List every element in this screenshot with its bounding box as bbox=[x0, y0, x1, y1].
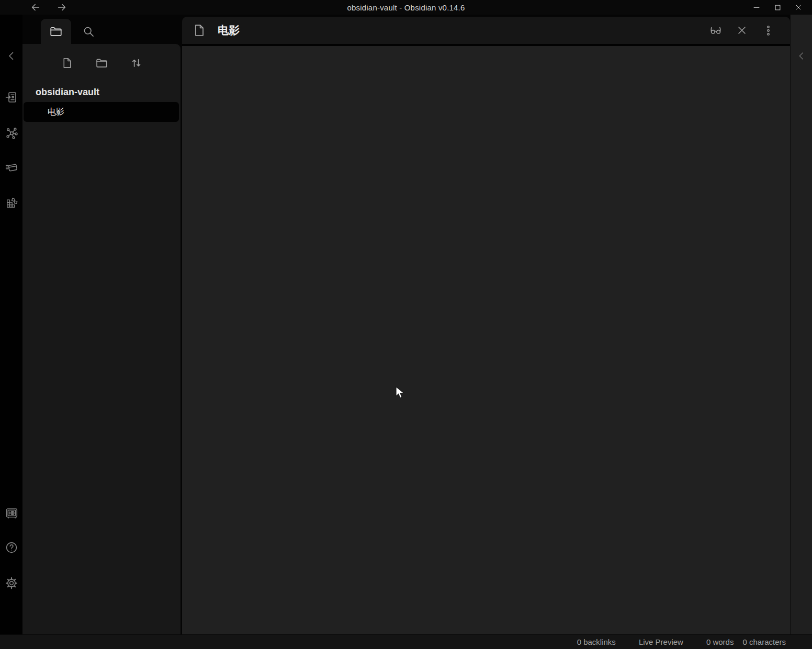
graph-view-button[interactable] bbox=[5, 126, 18, 140]
forward-button[interactable] bbox=[54, 1, 69, 14]
close-window-button[interactable] bbox=[788, 0, 809, 15]
window-title: obsidian-vault - Obsidian v0.14.6 bbox=[347, 3, 465, 12]
slides-icon bbox=[5, 161, 18, 174]
close-x-icon bbox=[736, 24, 748, 37]
expand-right-sidebar-button[interactable] bbox=[795, 49, 808, 63]
status-bar: 0 backlinks Live Preview 0 words 0 chara… bbox=[0, 634, 812, 649]
mouse-cursor bbox=[395, 386, 405, 401]
right-sidebar-strip bbox=[790, 15, 812, 634]
file-item-label: 电影 bbox=[48, 107, 64, 118]
note-title: 电影 bbox=[218, 23, 240, 38]
arrow-left-icon bbox=[30, 2, 41, 13]
folder-icon bbox=[49, 25, 63, 38]
editor-pane: 电影 bbox=[182, 15, 790, 634]
editor-content[interactable] bbox=[182, 46, 790, 634]
kebab-menu-icon bbox=[762, 25, 774, 37]
note-file-icon bbox=[193, 24, 206, 37]
collapse-left-sidebar-button[interactable] bbox=[5, 49, 18, 63]
titlebar: obsidian-vault - Obsidian v0.14.6 bbox=[0, 0, 812, 15]
more-options-button[interactable] bbox=[759, 21, 777, 40]
vault-name[interactable]: obsidian-vault bbox=[36, 87, 181, 98]
file-item-selected[interactable]: 电影 bbox=[24, 102, 179, 122]
new-file-icon bbox=[61, 57, 73, 69]
back-button[interactable] bbox=[28, 1, 43, 14]
reading-view-button[interactable] bbox=[706, 21, 725, 40]
close-icon bbox=[794, 3, 803, 12]
new-note-button[interactable] bbox=[57, 53, 77, 72]
chevron-left-icon bbox=[5, 50, 18, 62]
arrow-right-icon bbox=[56, 2, 67, 13]
backlinks-count[interactable]: 0 backlinks bbox=[577, 637, 616, 646]
new-folder-button[interactable] bbox=[91, 53, 112, 72]
graph-icon bbox=[5, 127, 18, 140]
vault-icon bbox=[5, 507, 18, 520]
sort-order-button[interactable] bbox=[126, 53, 146, 72]
file-explorer-actions bbox=[22, 50, 181, 75]
sort-arrows-icon bbox=[130, 56, 143, 70]
sidebar-tab-strip bbox=[22, 15, 181, 44]
minimize-icon bbox=[752, 3, 761, 12]
quick-switcher-button[interactable] bbox=[5, 90, 18, 104]
history-nav bbox=[28, 0, 69, 15]
presentation-button[interactable] bbox=[5, 161, 18, 174]
character-count: 0 characters bbox=[742, 637, 786, 646]
new-folder-icon bbox=[95, 56, 108, 70]
tab-file-explorer[interactable] bbox=[41, 19, 71, 44]
search-icon bbox=[82, 25, 95, 38]
chevron-left-small-icon bbox=[796, 50, 807, 62]
word-count: 0 words bbox=[706, 637, 734, 646]
obsidian-window: obsidian-vault - Obsidian v0.14.6 bbox=[0, 0, 812, 649]
file-explorer-panel: obsidian-vault 电影 bbox=[22, 44, 181, 634]
view-header: 电影 bbox=[182, 17, 790, 44]
editor-mode-indicator[interactable]: Live Preview bbox=[639, 637, 683, 646]
blocks-grid-icon bbox=[5, 197, 18, 210]
left-ribbon bbox=[0, 15, 22, 634]
help-button[interactable] bbox=[5, 541, 18, 554]
close-tab-button[interactable] bbox=[732, 21, 751, 40]
minimize-button[interactable] bbox=[746, 0, 767, 15]
maximize-button[interactable] bbox=[767, 0, 788, 15]
tab-search[interactable] bbox=[73, 19, 104, 44]
help-icon bbox=[5, 541, 18, 554]
blocks-button[interactable] bbox=[5, 196, 18, 210]
go-to-file-icon bbox=[5, 91, 18, 104]
gear-icon bbox=[5, 576, 18, 590]
window-controls bbox=[746, 0, 809, 15]
maximize-icon bbox=[774, 4, 782, 12]
glasses-icon bbox=[709, 24, 723, 37]
settings-button[interactable] bbox=[5, 576, 18, 590]
left-sidebar: obsidian-vault 电影 bbox=[22, 15, 181, 634]
workspace: obsidian-vault 电影 电影 bbox=[0, 15, 812, 634]
open-another-vault-button[interactable] bbox=[5, 506, 18, 520]
